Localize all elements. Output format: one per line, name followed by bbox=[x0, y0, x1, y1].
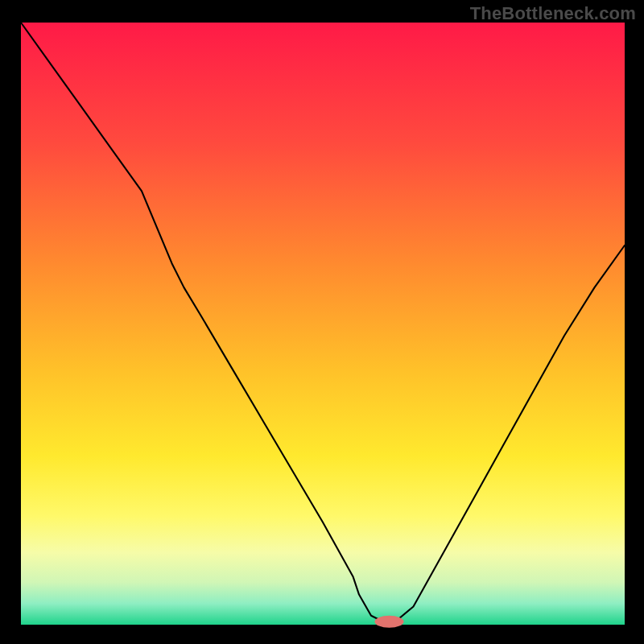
bottleneck-curve-chart bbox=[0, 0, 644, 644]
chart-container: TheBottleneck.com bbox=[0, 0, 644, 644]
plot-background bbox=[21, 23, 625, 625]
optimal-point-marker bbox=[375, 616, 404, 628]
attribution-text: TheBottleneck.com bbox=[470, 3, 636, 24]
